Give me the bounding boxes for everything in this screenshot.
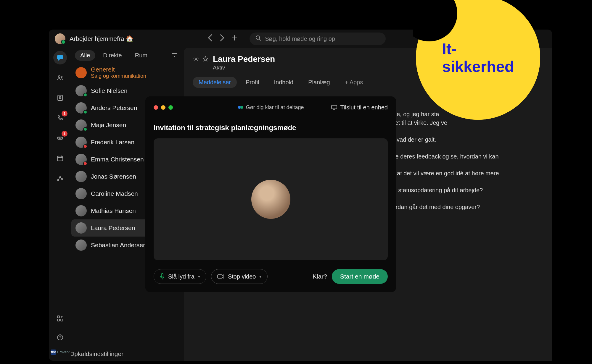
svg-point-7 bbox=[61, 137, 62, 139]
mute-button[interactable]: Slå lyd fra ▾ bbox=[154, 269, 206, 284]
promo-badge: It-sikkerhed bbox=[413, 0, 543, 123]
contact-status: Aktiv bbox=[213, 64, 275, 71]
rail-voicemail[interactable]: 1 bbox=[53, 131, 67, 145]
convo-name: Anders Petersen bbox=[91, 104, 137, 111]
svg-rect-21 bbox=[332, 105, 337, 109]
space-avatar bbox=[75, 67, 87, 78]
phone-badge: 1 bbox=[62, 111, 67, 117]
rail-chat[interactable] bbox=[53, 51, 67, 64]
svg-point-18 bbox=[195, 58, 197, 60]
window-controls[interactable] bbox=[154, 105, 173, 110]
avatar bbox=[75, 119, 87, 131]
svg-rect-22 bbox=[161, 274, 163, 277]
stop-video-button[interactable]: Stop video ▾ bbox=[211, 269, 268, 284]
svg-rect-13 bbox=[57, 319, 59, 321]
nav-forward-icon[interactable] bbox=[219, 34, 225, 44]
rail-teams[interactable] bbox=[53, 71, 67, 85]
avatar bbox=[75, 102, 87, 114]
nav-back-icon[interactable] bbox=[207, 34, 213, 44]
tab-messages[interactable]: Meddelelser bbox=[193, 77, 237, 88]
add-icon[interactable] bbox=[231, 35, 238, 43]
maximize-icon[interactable] bbox=[168, 105, 173, 110]
meeting-title: Invitation til strategisk planlægningsmø… bbox=[154, 124, 388, 132]
avatar bbox=[75, 154, 87, 165]
message-fragment: Hvordan går det med dine opgaver? bbox=[385, 203, 540, 211]
svg-rect-8 bbox=[57, 156, 63, 161]
svg-point-16 bbox=[60, 339, 60, 339]
svg-rect-14 bbox=[61, 319, 63, 321]
contact-title: Laura Pedersen bbox=[213, 54, 275, 64]
avatar bbox=[75, 171, 87, 182]
svg-rect-12 bbox=[57, 316, 59, 318]
brand-tag: TDC Erhverv bbox=[51, 350, 69, 355]
close-icon[interactable] bbox=[154, 105, 158, 110]
convo-name: Frederik Larsen bbox=[91, 139, 134, 146]
modal-banner: Gør dig klar til at deltage bbox=[237, 104, 304, 111]
convo-name: Laura Pedersen bbox=[91, 224, 135, 232]
join-meeting-modal: Gør dig klar til at deltage Tilslut til … bbox=[145, 96, 396, 292]
rail-phone[interactable]: 1 bbox=[53, 111, 67, 125]
filter-icon[interactable] bbox=[171, 53, 177, 59]
rail-help[interactable] bbox=[53, 331, 67, 344]
convo-name: Generelt bbox=[91, 66, 146, 73]
modal-header: Gør dig klar til at deltage Tilslut til … bbox=[154, 103, 388, 112]
message-fragment: tror, at det vil være en god idé at høre… bbox=[385, 169, 540, 178]
video-preview bbox=[154, 138, 388, 260]
start-meeting-button[interactable]: Start en møde bbox=[332, 269, 388, 284]
call-settings[interactable]: Opkaldsindstillinger bbox=[71, 344, 184, 361]
message-stream: n uge, og jeg har sta få det til at virk… bbox=[385, 110, 540, 211]
convo-name: Caroline Madsen bbox=[91, 190, 138, 197]
avatar bbox=[75, 85, 87, 96]
svg-point-1 bbox=[58, 76, 60, 77]
svg-point-4 bbox=[59, 97, 61, 98]
gear-icon[interactable] bbox=[193, 56, 199, 63]
search-placeholder: Søg, hold møde og ring op bbox=[265, 35, 335, 42]
self-avatar[interactable] bbox=[55, 33, 65, 44]
chevron-down-icon: ▾ bbox=[259, 274, 261, 279]
filter-rooms[interactable]: Rum bbox=[130, 50, 153, 61]
nav-controls bbox=[207, 34, 238, 44]
ready-label: Klar? bbox=[313, 273, 327, 280]
minimize-icon[interactable] bbox=[161, 105, 165, 110]
tab-apps[interactable]: + Apps bbox=[339, 77, 369, 88]
svg-point-9 bbox=[57, 179, 59, 181]
avatar bbox=[75, 240, 87, 251]
filter-direct[interactable]: Direkte bbox=[98, 50, 127, 61]
self-video-avatar bbox=[251, 180, 290, 219]
filter-all[interactable]: Alle bbox=[75, 50, 95, 61]
message-fragment: g en statusopdatering på dit arbejde? bbox=[385, 186, 540, 195]
chevron-down-icon: ▾ bbox=[198, 274, 200, 279]
tab-profile[interactable]: Profil bbox=[240, 77, 265, 88]
modal-controls: Slå lyd fra ▾ Stop video ▾ Klar? Start e… bbox=[154, 269, 388, 284]
svg-point-20 bbox=[240, 106, 243, 109]
voicemail-badge: 1 bbox=[62, 131, 67, 137]
rail-calendar[interactable] bbox=[53, 151, 67, 165]
tab-content[interactable]: Indhold bbox=[268, 77, 300, 88]
svg-rect-23 bbox=[218, 275, 222, 278]
message-fragment: utere deres feedback og se, hvordan vi k… bbox=[385, 152, 540, 161]
status-text: Arbejder hjemmefra 🏠 bbox=[70, 35, 133, 42]
convo-general[interactable]: Generelt Salg og kommunikation bbox=[71, 63, 181, 82]
convo-name: Emma Christensen bbox=[91, 156, 144, 163]
search-bar[interactable]: Søg, hold møde og ring op bbox=[250, 33, 386, 45]
avatar bbox=[75, 188, 87, 199]
profile-status[interactable]: Arbejder hjemmefra 🏠 bbox=[55, 33, 133, 44]
convo-subtitle: Salg og kommunikation bbox=[91, 73, 146, 79]
svg-point-6 bbox=[58, 137, 59, 139]
avatar bbox=[75, 205, 87, 216]
call-settings-label: Opkaldsindstillinger bbox=[71, 350, 123, 357]
svg-point-0 bbox=[256, 36, 260, 39]
rail-contacts[interactable] bbox=[53, 91, 67, 105]
star-icon[interactable] bbox=[202, 56, 209, 63]
convo-name: Sebastian Andersen bbox=[91, 242, 147, 249]
convo-name: Mathias Hansen bbox=[91, 207, 136, 214]
search-icon bbox=[255, 35, 261, 42]
avatar bbox=[75, 222, 87, 234]
badge-text: It-sikkerhed bbox=[442, 40, 514, 75]
convo-name: Maja Jensen bbox=[91, 122, 126, 129]
connect-device[interactable]: Tilslut til en enhed bbox=[331, 104, 388, 111]
rail-analytics[interactable] bbox=[53, 172, 67, 185]
rail-apps[interactable] bbox=[53, 312, 67, 325]
avatar bbox=[75, 137, 87, 148]
tab-schedule[interactable]: Planlæg bbox=[302, 77, 336, 88]
